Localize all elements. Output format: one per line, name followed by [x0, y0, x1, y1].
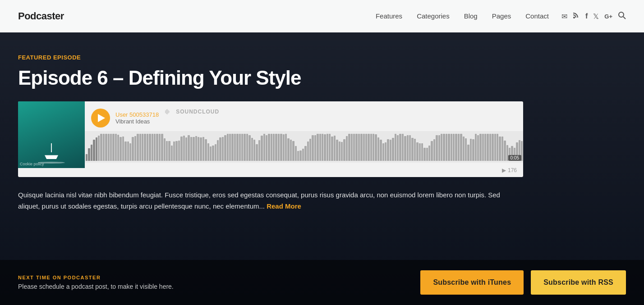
waveform-bar — [168, 141, 170, 161]
waveform-bar — [423, 148, 425, 161]
nav-categories[interactable]: Categories — [417, 12, 450, 20]
soundcloud-logo: SOUNDCLOUD — [165, 109, 219, 115]
next-time-label: NEXT TIME ON PODCASTER — [18, 275, 174, 280]
waveform-bar — [428, 146, 430, 161]
cookie-policy[interactable]: Cookie policy — [20, 162, 44, 166]
waveform-bar — [210, 146, 212, 161]
waveform-bar — [215, 144, 216, 161]
waveform-bar — [241, 134, 243, 161]
waveform-bar — [229, 134, 231, 161]
waveform-bar — [421, 143, 423, 161]
waveform-bar — [324, 134, 326, 161]
waveform-bar — [108, 134, 110, 161]
rss-icon[interactable] — [573, 12, 580, 21]
waveform-bar — [416, 142, 418, 161]
waveform-bar — [175, 141, 177, 161]
waveform-bar — [346, 136, 348, 161]
waveform-bar — [266, 135, 267, 161]
waveform-bar — [431, 141, 432, 161]
waveform-bar — [497, 134, 498, 161]
site-logo[interactable]: Podcaster — [18, 10, 64, 22]
waveform-bar — [205, 139, 207, 161]
subscribe-itunes-button[interactable]: Subscribe with iTunes — [420, 270, 524, 295]
waveform-bar — [173, 141, 175, 161]
svg-rect-5 — [167, 109, 168, 114]
next-time-section: NEXT TIME ON PODCASTER Please schedule a… — [18, 275, 174, 290]
waveform-bar — [331, 137, 333, 161]
waveform-bar — [273, 134, 275, 161]
waveform-bar — [152, 134, 153, 161]
nav-contact[interactable]: Contact — [525, 12, 549, 20]
waveform-bar — [88, 148, 90, 161]
waveform-bar — [149, 134, 151, 161]
waveform-bar — [275, 134, 277, 161]
twitter-icon[interactable]: 𝕏 — [593, 12, 599, 21]
main-nav: Podcaster Features Categories Blog Pages… — [0, 0, 644, 32]
email-icon[interactable]: ✉ — [561, 12, 567, 21]
waveform-bar — [278, 134, 280, 161]
waveform-bar — [161, 134, 163, 161]
waveform-bar — [86, 154, 87, 161]
waveform-bar — [244, 134, 245, 161]
waveform-bar — [154, 134, 156, 161]
nav-features[interactable]: Features — [376, 12, 402, 20]
waveform-bar — [343, 139, 345, 161]
waveform-bar — [268, 134, 270, 161]
player-footer: ▶ 176 — [85, 165, 523, 175]
waveform-bar — [370, 134, 372, 161]
track-user-link[interactable]: User 500533718 — [115, 111, 159, 118]
waveform-bar — [446, 134, 447, 161]
waveform-bar — [441, 134, 442, 161]
hero-section: Featured Episode Episode 6 – Defining Yo… — [0, 32, 541, 212]
track-info: User 500533718 Vibrant Ideas — [115, 111, 159, 125]
search-icon[interactable] — [618, 11, 626, 21]
waveform-bar — [122, 137, 124, 161]
waveform-bar — [348, 134, 350, 161]
waveform-bar — [341, 142, 343, 161]
waveform-bar — [304, 146, 306, 161]
waveform-bar — [385, 142, 386, 161]
waveform-bar — [239, 134, 241, 161]
player-thumbnail: Cookie policy — [18, 101, 85, 168]
soundcloud-text: SOUNDCLOUD — [176, 109, 219, 115]
waveform-bar — [479, 134, 481, 161]
waveform-bar — [355, 134, 357, 161]
waveform-bar — [426, 148, 428, 161]
waveform-bar — [120, 137, 121, 161]
svg-line-2 — [623, 17, 626, 19]
waveform-bar — [460, 134, 462, 161]
waveform-bar — [475, 134, 477, 161]
play-count-number: 176 — [508, 167, 517, 173]
waveform-bar — [433, 139, 435, 161]
waveform-bar — [307, 141, 309, 161]
waveform-bar — [339, 141, 340, 161]
subscribe-rss-button[interactable]: Subscribe with RSS — [531, 270, 626, 295]
waveform-bar — [287, 138, 289, 161]
waveform-bar — [336, 140, 338, 161]
waveform-bar — [285, 134, 287, 161]
waveform-bar — [100, 134, 102, 161]
waveform-bar — [443, 134, 445, 161]
waveform-bar — [465, 138, 467, 161]
waveform-bar — [195, 136, 197, 161]
next-time-text: Please schedule a podcast post, to make … — [18, 283, 174, 290]
waveform-bar — [127, 141, 129, 161]
nav-blog[interactable]: Blog — [464, 12, 478, 20]
waveform-bar — [198, 137, 199, 161]
nav-pages[interactable]: Pages — [492, 12, 511, 20]
play-count: ▶ 176 — [502, 167, 517, 173]
read-more-link[interactable]: Read More — [267, 202, 301, 210]
waveform-bar — [231, 134, 233, 161]
waveform[interactable]: 0:05 — [85, 131, 523, 163]
waveform-bar — [295, 146, 297, 161]
waveform-bar — [258, 140, 260, 161]
svg-rect-3 — [165, 110, 166, 113]
googleplus-icon[interactable]: G+ — [604, 13, 612, 20]
svg-rect-4 — [166, 109, 167, 114]
waveform-bar — [188, 135, 189, 161]
time-display: 0:05 — [508, 155, 521, 161]
play-button[interactable] — [91, 109, 110, 127]
waveform-bar — [482, 134, 484, 161]
facebook-icon[interactable]: f — [585, 12, 588, 20]
waveform-bar — [224, 135, 226, 161]
